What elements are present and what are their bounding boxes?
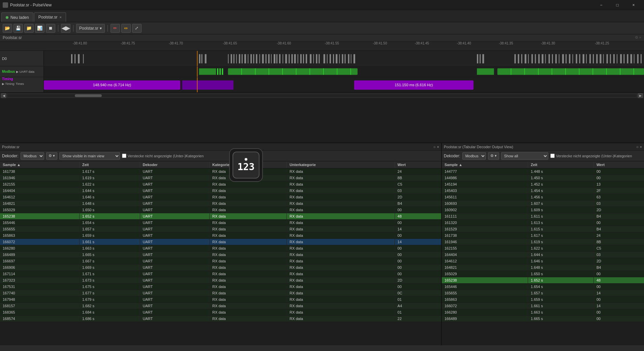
right-table-row[interactable]: 1613201.613 s00	[442, 220, 644, 226]
left-table-row[interactable]: 1669061.669 sUARTRX dataRX data00	[0, 264, 441, 271]
h-scrollbar[interactable]: ◀ ▶	[0, 93, 644, 98]
left-table-row[interactable]: 1648211.648 sUARTRX dataRX dataB4	[0, 200, 441, 207]
col-zeit[interactable]: Zeit	[79, 161, 140, 168]
hide-categories-checkbox[interactable]	[122, 154, 126, 158]
right-table-row[interactable]: 1644041.644 s03	[442, 252, 644, 258]
right-table-row[interactable]: 1449861.450 s00	[442, 175, 644, 181]
right-hide-categories-label[interactable]: Verstecke nicht angezeigte (Unter-)Kateg…	[550, 154, 632, 158]
zoom-fit-button[interactable]: ⤢	[132, 24, 142, 33]
right-table-row[interactable]: 1617381.617 s24	[442, 232, 644, 239]
left-table-row[interactable]: 1658631.659 sUARTRX dataRX data00	[0, 232, 441, 239]
hide-categories-label[interactable]: Verstecke nicht angezeigte (Unter-)Kateg…	[122, 154, 204, 158]
timeline-area[interactable]: -38:41.80 -38:41.75 -38:41.70 -38:41.65 …	[0, 41, 644, 142]
right-panel-close-icon[interactable]: ×	[640, 145, 642, 149]
cell-wert: 00	[395, 207, 441, 213]
right-table-row[interactable]: 1648211.648 sB4	[442, 264, 644, 271]
col-sample[interactable]: Sample ▲	[0, 161, 79, 168]
left-table-row[interactable]: 1683651.684 sUARTRX dataRX data01	[0, 309, 441, 316]
cell-wert: 03	[395, 188, 441, 194]
right-table-row[interactable]: 1621551.622 sC5	[442, 245, 644, 252]
open-file-button[interactable]: 📂	[3, 24, 12, 33]
right-table-row[interactable]: 1652381.652 s48	[442, 277, 644, 284]
maximize-button[interactable]: □	[610, 0, 625, 10]
right-col-wert[interactable]: Wert	[593, 161, 644, 168]
right-table-row[interactable]: 1660721.661 s14	[442, 303, 644, 309]
svg-rect-25	[279, 54, 280, 63]
right-filter-select[interactable]: Show all	[501, 152, 548, 160]
left-table-row[interactable]: 1664891.665 sUARTRX dataRX data00	[0, 252, 441, 258]
minimize-button[interactable]: −	[593, 0, 609, 10]
tab-new[interactable]: Neu laden	[1, 12, 33, 22]
col-wert[interactable]: Wert	[395, 161, 441, 168]
right-table-row[interactable]: 1656551.657 s14	[442, 290, 644, 296]
right-decoder-config-button[interactable]: ⚙ ▾	[488, 152, 499, 160]
cursor-button[interactable]: ✏	[111, 24, 120, 33]
left-table-row[interactable]: 1644041.644 sUARTRX dataRX data03	[0, 188, 441, 194]
left-table-row[interactable]: 1671141.671 sUARTRX dataRX data00	[0, 271, 441, 277]
right-col-zeit[interactable]: Zeit	[528, 161, 593, 168]
left-panel-close-icon[interactable]: ×	[437, 145, 439, 149]
cell-unterkategorie: RX data	[287, 213, 395, 220]
right-decoder-select[interactable]: Modbus	[462, 152, 486, 160]
right-hide-categories-checkbox[interactable]	[550, 154, 555, 158]
filter-select[interactable]: Show visible in main view	[59, 152, 120, 160]
right-col-sample[interactable]: Sample ▲	[442, 161, 528, 168]
close-button[interactable]: ×	[626, 0, 641, 10]
right-table-row[interactable]: 1606931.607 s03	[442, 200, 644, 207]
session-dropdown[interactable]: Poolstar.sr ▾	[76, 24, 105, 33]
zoom-button[interactable]: ⇔	[121, 24, 131, 33]
left-table-row[interactable]: 1621551.622 sUARTRX dataRX dataC5	[0, 181, 441, 188]
right-table-row[interactable]: 1454031.454 s2F	[442, 188, 644, 194]
left-table-row[interactable]: 1685741.686 sUARTRX dataRX data22	[0, 316, 441, 322]
scrollbar-thumb[interactable]	[75, 94, 102, 97]
right-table-row[interactable]: 1658631.659 s00	[442, 296, 644, 303]
scroll-right-button[interactable]: ▶	[638, 93, 643, 98]
right-cell-wert: 48	[593, 277, 644, 284]
right-table-row[interactable]: 1664891.665 s00	[442, 316, 644, 322]
left-table-row[interactable]: 1679481.679 sUARTRX dataRX data01	[0, 296, 441, 303]
right-table-row[interactable]: 1456111.456 s63	[442, 194, 644, 200]
col-dekoder[interactable]: Dekoder	[140, 161, 210, 168]
decoder-config-button[interactable]: ⚙ ▾	[46, 152, 57, 160]
col-unterkategorie[interactable]: Unterkategorie	[287, 161, 395, 168]
left-panel-float-icon[interactable]: ○	[433, 145, 436, 149]
left-table-row[interactable]: 1666971.667 sUARTRX dataRX data00	[0, 258, 441, 264]
right-table-row[interactable]: 1447771.448 s00	[442, 168, 644, 175]
right-table-row[interactable]: 1654461.654 s00	[442, 284, 644, 290]
badge-number: 123	[238, 161, 255, 172]
right-table-row[interactable]: 1451941.452 s13	[442, 181, 644, 188]
stop-button[interactable]: ⏹	[46, 24, 55, 33]
right-table-row[interactable]: 1609021.609 s2D	[442, 207, 644, 213]
svg-rect-6	[205, 54, 207, 63]
right-table-row[interactable]: 1619461.619 s8B	[442, 239, 644, 245]
left-table-wrapper[interactable]: Sample ▲ Zeit Dekoder Kategorie Unterkat…	[0, 161, 441, 345]
save-as-button[interactable]: 📊	[35, 24, 44, 33]
left-table-row[interactable]: 1660721.661 sUARTRX dataRX data14	[0, 239, 441, 245]
left-table-row[interactable]: 1673231.673 sUARTRX dataRX data2D	[0, 277, 441, 284]
right-table-wrapper[interactable]: Sample ▲ Zeit Wert 1447771.448 s00144986…	[442, 161, 644, 345]
left-table-row[interactable]: 1646121.646 sUARTRX dataRX data2D	[0, 194, 441, 200]
left-table-row[interactable]: 1652381.652 sUARTRX dataRX data48	[0, 213, 441, 220]
save-button[interactable]: 💾	[13, 24, 23, 33]
left-table-row[interactable]: 1619461.619 sUARTRX dataRX data8B	[0, 175, 441, 181]
load-button[interactable]: 📁	[24, 24, 34, 33]
left-table-row[interactable]: 1654461.654 sUARTRX dataRX data00	[0, 220, 441, 226]
right-table-row[interactable]: 1646121.646 s2D	[442, 258, 644, 264]
scroll-left-button[interactable]: ◀	[1, 93, 6, 98]
right-table-row[interactable]: 1615291.615 sB4	[442, 226, 644, 232]
tab-close-icon[interactable]: ×	[59, 15, 61, 19]
left-table-row[interactable]: 1681571.682 sUARTRX dataRX dataA4	[0, 303, 441, 309]
left-table-row[interactable]: 1650291.650 sUARTRX dataRX data00	[0, 207, 441, 213]
left-table-row[interactable]: 1656551.657 sUARTRX dataRX data14	[0, 226, 441, 232]
left-table-row[interactable]: 1677401.677 sUARTRX dataRX data0C	[0, 290, 441, 296]
right-table-row[interactable]: 1611111.611 sB4	[442, 213, 644, 220]
tab-poolstar[interactable]: Poolstar.sr ×	[34, 12, 66, 22]
decoder-select[interactable]: Modbus	[21, 152, 44, 160]
left-table-row[interactable]: 1662801.663 sUARTRX dataRX data00	[0, 245, 441, 252]
zoom-in-button[interactable]: ◀▶	[61, 24, 70, 33]
right-table-row[interactable]: 1662801.663 s00	[442, 309, 644, 316]
right-table-row[interactable]: 1650291.650 s00	[442, 271, 644, 277]
left-table-row[interactable]: 1617381.617 sUARTRX dataRX data24	[0, 168, 441, 175]
left-table-row[interactable]: 1675311.675 sUARTRX dataRX data00	[0, 284, 441, 290]
right-panel-float-icon[interactable]: ○	[636, 145, 639, 149]
